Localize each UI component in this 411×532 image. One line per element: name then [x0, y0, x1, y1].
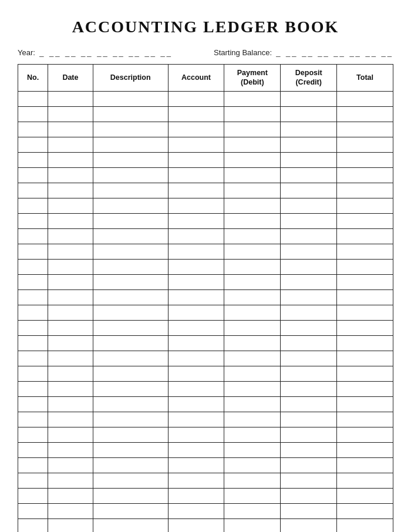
- balance-field: Starting Balance: _ __ __ __ __ __ __ __: [214, 48, 393, 57]
- table-row: [18, 335, 393, 351]
- table-cell: [168, 91, 224, 106]
- table-cell: [168, 274, 224, 289]
- table-cell: [281, 427, 337, 442]
- table-cell: [281, 198, 337, 213]
- table-cell: [281, 442, 337, 457]
- table-cell: [281, 122, 337, 137]
- table-cell: [281, 106, 337, 122]
- table-cell: [168, 518, 224, 532]
- table-cell: [168, 320, 224, 335]
- table-cell: [281, 213, 337, 228]
- table-cell: [224, 396, 281, 412]
- table-cell: [168, 259, 224, 274]
- table-cell: [337, 366, 393, 381]
- table-cell: [168, 351, 224, 366]
- ledger-body: [18, 91, 393, 532]
- table-cell: [93, 366, 168, 381]
- table-cell: [18, 518, 48, 532]
- table-cell: [281, 183, 337, 198]
- table-cell: [168, 503, 224, 518]
- table-cell: [48, 488, 93, 503]
- table-cell: [224, 381, 281, 396]
- table-cell: [48, 335, 93, 351]
- table-row: [18, 167, 393, 183]
- table-cell: [337, 213, 393, 228]
- table-cell: [337, 335, 393, 351]
- table-cell: [281, 473, 337, 488]
- table-cell: [18, 412, 48, 427]
- table-cell: [93, 473, 168, 488]
- table-cell: [48, 152, 93, 167]
- table-cell: [224, 427, 281, 442]
- table-cell: [224, 244, 281, 259]
- table-cell: [18, 396, 48, 412]
- table-cell: [168, 381, 224, 396]
- table-row: [18, 412, 393, 427]
- table-cell: [281, 412, 337, 427]
- table-cell: [337, 305, 393, 320]
- table-cell: [224, 228, 281, 244]
- table-cell: [224, 91, 281, 106]
- table-cell: [281, 320, 337, 335]
- table-cell: [337, 106, 393, 122]
- table-cell: [281, 167, 337, 183]
- table-row: [18, 244, 393, 259]
- col-header-date: Date: [48, 65, 93, 92]
- table-cell: [168, 442, 224, 457]
- table-cell: [18, 320, 48, 335]
- table-cell: [281, 366, 337, 381]
- page-title: ACCOUNTING LEDGER BOOK: [18, 18, 393, 36]
- table-cell: [337, 457, 393, 473]
- table-cell: [337, 518, 393, 532]
- table-cell: [18, 228, 48, 244]
- table-cell: [281, 259, 337, 274]
- table-cell: [224, 305, 281, 320]
- table-cell: [224, 412, 281, 427]
- table-cell: [168, 228, 224, 244]
- table-cell: [93, 228, 168, 244]
- table-cell: [48, 122, 93, 137]
- table-cell: [93, 396, 168, 412]
- col-header-account: Account: [168, 65, 224, 92]
- table-cell: [93, 381, 168, 396]
- table-cell: [168, 122, 224, 137]
- table-row: [18, 427, 393, 442]
- table-row: [18, 503, 393, 518]
- table-cell: [281, 274, 337, 289]
- table-cell: [337, 503, 393, 518]
- table-cell: [281, 91, 337, 106]
- table-cell: [281, 351, 337, 366]
- table-cell: [18, 183, 48, 198]
- table-cell: [18, 289, 48, 305]
- table-cell: [224, 183, 281, 198]
- table-cell: [93, 137, 168, 152]
- table-cell: [48, 106, 93, 122]
- table-cell: [18, 244, 48, 259]
- table-cell: [168, 473, 224, 488]
- table-cell: [337, 320, 393, 335]
- table-row: [18, 213, 393, 228]
- table-cell: [48, 457, 93, 473]
- table-cell: [18, 381, 48, 396]
- table-cell: [93, 167, 168, 183]
- table-cell: [48, 412, 93, 427]
- table-cell: [93, 106, 168, 122]
- table-row: [18, 488, 393, 503]
- table-cell: [224, 518, 281, 532]
- col-header-description: Description: [93, 65, 168, 92]
- col-header-deposit: Deposit(Credit): [281, 65, 337, 92]
- table-cell: [224, 289, 281, 305]
- table-cell: [48, 91, 93, 106]
- year-field: Year: _ __ __ __ __ __ __ __ __: [18, 48, 173, 57]
- table-cell: [18, 366, 48, 381]
- table-cell: [224, 106, 281, 122]
- table-cell: [93, 442, 168, 457]
- table-cell: [337, 167, 393, 183]
- table-cell: [93, 518, 168, 532]
- table-cell: [337, 137, 393, 152]
- table-cell: [281, 305, 337, 320]
- table-cell: [281, 396, 337, 412]
- table-cell: [48, 274, 93, 289]
- table-cell: [48, 442, 93, 457]
- table-cell: [48, 427, 93, 442]
